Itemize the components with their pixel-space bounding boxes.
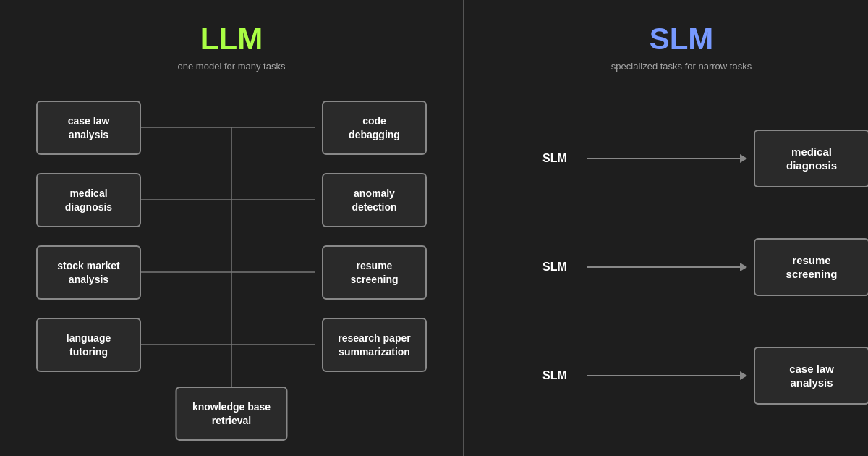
slm-row-medical: SLM medicaldiagnosis [529,130,868,187]
slm-panel: SLM specialized tasks for narrow tasks S… [464,0,868,456]
node-medical-diagnosis-left: medicaldiagnosis [36,173,141,227]
node-medical-diagnosis-right: medicaldiagnosis [754,130,868,187]
llm-panel: LLM one model for many tasks [0,0,464,456]
slm-arrow-2 [587,266,746,268]
slm-subtitle: specialized tasks for narrow tasks [611,61,752,72]
slm-label-2: SLM [529,261,580,274]
node-stock-market: stock marketanalysis [36,245,141,300]
node-resume-screening-right: resumescreening [754,238,868,296]
node-anomaly-detection: anomalydetection [322,173,427,227]
llm-title: LLM [200,22,263,56]
node-case-law-right: case lawanalysis [754,347,868,405]
node-language-tutoring: languagetutoring [36,318,141,372]
node-case-law: case lawanalysis [36,101,141,155]
slm-label-3: SLM [529,369,580,382]
node-knowledge-base: knowledge baseretrieval [176,387,288,441]
slm-title: SLM [650,22,714,56]
slm-diagram: SLM medicaldiagnosis SLM resumescreening… [493,86,868,441]
llm-diagram: case lawanalysis medicaldiagnosis stock … [29,86,434,441]
slm-arrow-3 [587,375,746,376]
slm-row-caselaw: SLM case lawanalysis [529,347,868,405]
node-research-paper: research papersummarization [322,318,427,372]
llm-subtitle: one model for many tasks [178,61,286,72]
slm-label-1: SLM [529,152,580,165]
slm-row-resume: SLM resumescreening [529,238,868,296]
node-resume-screening-left: resumescreening [322,245,427,300]
slm-arrow-1 [587,158,746,159]
node-code-debugging: codedebagging [322,101,427,155]
